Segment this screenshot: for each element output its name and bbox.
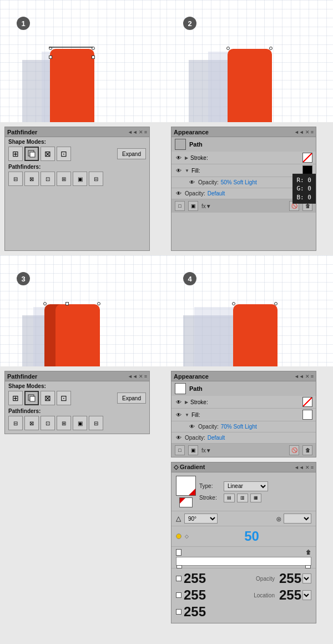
step-2-badge: 2 — [183, 17, 196, 30]
eye-icon-opacity-1[interactable]: 👁 — [188, 179, 196, 187]
pf2-crop-btn[interactable]: ⊞ — [57, 416, 71, 430]
gradient-swatch-small[interactable] — [179, 497, 193, 507]
pf-unite-btn-2[interactable]: ⊞ — [8, 391, 23, 405]
orange-shape-2 — [228, 49, 272, 122]
canvas-3: 3 — [0, 255, 167, 366]
grad-location-select[interactable] — [302, 590, 311, 600]
fx-badge-2[interactable]: fx▼ — [201, 447, 211, 454]
pf-minus-back-btn[interactable]: ⊟ — [89, 172, 103, 186]
svg-rect-3 — [30, 396, 35, 401]
ap-new-item-btn-2[interactable]: □ — [175, 445, 185, 455]
shape-modes-label: Shape Modes: — [5, 137, 149, 145]
opacity-value-2[interactable]: Default — [208, 190, 225, 197]
pf-outline-btn[interactable]: ▣ — [73, 172, 87, 186]
orange-shape-4 — [233, 304, 278, 366]
pf2-trim-btn[interactable]: ⊠ — [24, 416, 39, 430]
opacity-label-1: Opacity: — [198, 179, 219, 185]
location-select[interactable] — [284, 514, 311, 524]
fx-badge-1[interactable]: fx▼ — [201, 203, 211, 209]
stroke-row-1: 👁 ▶ Stroke: — [171, 152, 316, 164]
pf2-divide-btn[interactable]: ⊟ — [8, 416, 23, 430]
pf-intersect-btn-2[interactable]: ⊠ — [41, 391, 55, 405]
gradient-bar[interactable] — [176, 557, 311, 566]
opacity-row-4: 👁 Opacity: Default — [171, 432, 316, 444]
ap-path-row-2: Path — [171, 381, 316, 396]
pf2-minus-back-btn[interactable]: ⊟ — [89, 416, 103, 430]
gradient-swatch-big[interactable] — [176, 476, 196, 496]
eye-icon-fill-1[interactable]: 👁 — [175, 167, 183, 174]
stroke-swatch-2[interactable] — [302, 397, 312, 407]
opacity-value-3[interactable]: 70% Soft Light — [221, 424, 257, 430]
pf-merge-btn[interactable]: ⊡ — [41, 172, 55, 186]
pathfinder-title-1: Pathfinder — [7, 129, 37, 135]
eye-icon-stroke-1[interactable]: 👁 — [175, 154, 183, 162]
stroke-label-2: Stroke: — [190, 399, 300, 405]
ap-delete-btn-2[interactable]: 🚫 — [289, 445, 299, 455]
ap-new-item-btn-1[interactable]: □ — [175, 201, 185, 211]
orange-shape-3b — [56, 304, 100, 366]
stroke-btn-1[interactable]: ▤ — [224, 494, 235, 502]
ap-effect-btn-2[interactable]: ▣ — [188, 445, 198, 455]
eye-icon-opacity-3[interactable]: 👁 — [188, 423, 196, 431]
appearance-panel-1: Appearance ◄◄ ✕ ≡ Path R: 0G: 0B: 0 👁 ▶ … — [171, 127, 316, 251]
gradient-stop-indicator[interactable] — [176, 534, 181, 539]
pf-exclude-btn[interactable]: ⊡ — [57, 147, 71, 161]
grad-trash-btn[interactable]: 🗑 — [306, 549, 311, 556]
pathfinders-label-2: Pathfinders: — [5, 406, 149, 415]
pf2-outline-btn[interactable]: ▣ — [73, 416, 87, 430]
grad-r-big: 255 — [184, 571, 206, 586]
ap-trash-btn-2[interactable]: 🗑 — [302, 445, 312, 455]
opacity-row-3: 👁 Opacity: 70% Soft Light — [171, 421, 316, 432]
pathfinder-title-2: Pathfinder — [7, 373, 37, 380]
grad-opacity-select[interactable] — [302, 573, 311, 583]
pf-exclude-btn-2[interactable]: ⊡ — [57, 391, 71, 405]
pf-trim-btn[interactable]: ⊠ — [24, 172, 39, 186]
canvas-4: 4 — [167, 255, 333, 366]
pf-crop-btn[interactable]: ⊞ — [57, 172, 71, 186]
step-4-badge: 4 — [183, 272, 196, 285]
path-label-2: Path — [189, 385, 203, 392]
pf-unite-btn[interactable]: ⊞ — [8, 147, 23, 161]
grad-opacity-label: Opacity — [256, 576, 275, 582]
step-3-badge: 3 — [17, 272, 30, 285]
angle-icon: △ — [176, 515, 181, 522]
pf-minus-btn[interactable] — [24, 147, 39, 161]
gradient-type-label: Type: — [199, 483, 221, 489]
ap-effect-btn-1[interactable]: ▣ — [188, 201, 198, 211]
pf2-merge-btn[interactable]: ⊡ — [41, 416, 55, 430]
pathfinders-label-1: Pathfinders: — [5, 162, 149, 170]
step-1-badge: 1 — [17, 17, 30, 30]
eye-icon-opacity-2[interactable]: 👁 — [175, 190, 183, 198]
stroke-btn-3[interactable]: ▦ — [250, 494, 261, 502]
pf-divide-btn[interactable]: ⊟ — [8, 172, 23, 186]
path-label-1: Path — [189, 141, 203, 148]
eye-icon-opacity-4[interactable]: 👁 — [175, 434, 183, 442]
ap-path-row-1: Path R: 0G: 0B: 0 — [171, 137, 316, 152]
fill-label-2: Fill: — [191, 412, 300, 418]
grad-stop-left[interactable] — [176, 549, 181, 556]
svg-rect-1 — [30, 152, 35, 157]
orange-shape-1 — [50, 49, 94, 122]
opacity-label-3: Opacity: — [198, 424, 219, 430]
fill-swatch-2[interactable] — [302, 410, 312, 420]
gradient-title: ◇ Gradient — [174, 464, 205, 471]
pf-minus-btn-2[interactable] — [24, 391, 39, 405]
pf-expand-btn-2[interactable]: Expand — [117, 393, 146, 404]
pf-intersect-btn[interactable]: ⊠ — [41, 147, 55, 161]
angle-select[interactable]: 90° — [184, 514, 218, 524]
opacity-value-4[interactable]: Default — [208, 435, 225, 441]
stroke-row-2: 👁 ▶ Stroke: — [171, 396, 316, 409]
canvas-1: 1 — [0, 0, 167, 122]
pf-expand-btn-1[interactable]: Expand — [117, 148, 146, 159]
appearance-panel-2: Appearance ◄◄ ✕ ≡ Path 👁 ▶ Stroke: — [171, 371, 316, 457]
stroke-btn-2[interactable]: ▥ — [237, 494, 248, 502]
gradient-type-select[interactable]: Linear — [224, 481, 268, 491]
eye-icon-fill-2[interactable]: 👁 — [175, 411, 183, 419]
shape-modes-label-2: Shape Modes: — [5, 381, 149, 390]
eye-icon-stroke-2[interactable]: 👁 — [175, 398, 183, 406]
canvas-2: 2 — [167, 0, 333, 122]
stroke-swatch-1[interactable] — [302, 153, 312, 163]
opacity-value-1[interactable]: 50% Soft Light — [221, 179, 257, 185]
gradient-stroke-label: Stroke: — [199, 495, 221, 501]
grad-r-swatch — [176, 576, 181, 581]
